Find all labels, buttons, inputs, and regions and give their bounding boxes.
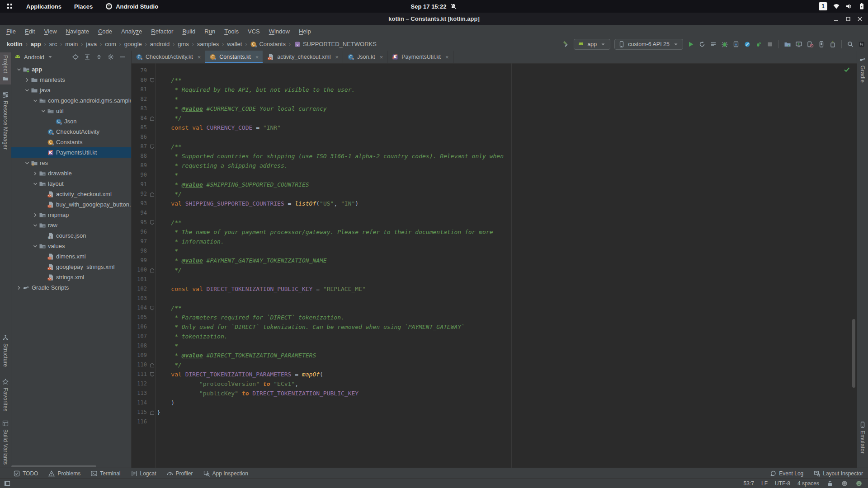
profile-button[interactable] — [744, 41, 751, 48]
menu-file[interactable]: File — [2, 26, 20, 36]
run-button[interactable] — [687, 41, 694, 48]
more-button[interactable] — [858, 41, 865, 48]
tool-window-button-event-log[interactable]: Event Log — [764, 470, 808, 477]
collapse-all-icon[interactable] — [95, 53, 103, 61]
menu-code[interactable]: Code — [94, 26, 117, 36]
menu-window[interactable]: Window — [264, 26, 294, 36]
tool-window-button-profiler[interactable]: Profiler — [161, 468, 198, 479]
project-horizontal-scrollbar[interactable] — [11, 465, 96, 467]
close-tab-icon[interactable]: × — [198, 54, 201, 61]
line-number[interactable]: 82 — [132, 94, 147, 104]
chevron-right-icon[interactable] — [24, 76, 31, 84]
close-tab-icon[interactable]: × — [380, 54, 383, 61]
tree-item-activity-checkout-xml[interactable]: <>activity_checkout.xml — [11, 189, 131, 199]
menu-help[interactable]: Help — [294, 26, 316, 36]
breadcrumb-item-supported_networks[interactable]: vSUPPORTED_NETWORKS — [293, 41, 377, 48]
menu-tools[interactable]: Tools — [220, 26, 243, 36]
line-number[interactable]: 95 — [132, 218, 147, 227]
breadcrumb-item-kotlin[interactable]: kotlin — [6, 41, 23, 47]
sdk-manager-button[interactable] — [818, 41, 825, 48]
chevron-down-icon[interactable] — [24, 87, 31, 94]
chevron-right-icon[interactable] — [32, 211, 39, 219]
tree-item-util[interactable]: util — [11, 106, 131, 116]
debug-button[interactable] — [721, 41, 728, 48]
close-tab-icon[interactable]: × — [255, 54, 259, 61]
breadcrumb-item-src[interactable]: src — [49, 41, 57, 47]
line-number[interactable]: 97 — [132, 237, 147, 246]
line-number[interactable]: 112 — [132, 379, 147, 389]
tree-item-mipmap[interactable]: mipmap — [11, 210, 131, 220]
stop-button[interactable] — [766, 41, 774, 48]
line-number[interactable]: 109 — [132, 351, 147, 360]
breadcrumb-item-java[interactable]: java — [85, 41, 97, 47]
line-number[interactable]: 83 — [132, 104, 147, 113]
tree-item-com-google-android-gms-samples-wallet[interactable]: com.google.android.gms.samples.wallet — [11, 95, 131, 106]
tab-constants-kt[interactable]: CConstants.kt× — [205, 51, 263, 63]
breadcrumb-item-gms[interactable]: gms — [177, 41, 189, 47]
device-selector[interactable]: custom-6 API 25 — [614, 39, 683, 50]
gradle-status-icon[interactable] — [855, 480, 863, 487]
tree-item-buy-with-googlepay-button-xml[interactable]: <>buy_with_googlepay_button.xml — [11, 199, 131, 210]
tree-item-googlepay-strings-xml[interactable]: <>googlepay_strings.xml — [11, 262, 131, 272]
tool-stripe-build-variants[interactable]: Build Variants — [0, 417, 11, 468]
tree-item-raw[interactable]: raw — [11, 220, 131, 230]
gear-icon[interactable] — [107, 53, 114, 61]
breadcrumb-item-wallet[interactable]: wallet — [226, 41, 242, 47]
line-number[interactable]: 85 — [132, 123, 147, 132]
project-view-selector[interactable]: Android — [24, 54, 44, 61]
device-file-explorer-button[interactable] — [784, 41, 791, 48]
line-number[interactable]: 105 — [132, 313, 147, 322]
menu-analyze[interactable]: Analyze — [117, 26, 146, 36]
indent-indicator[interactable]: 4 spaces — [797, 480, 819, 487]
tool-stripe-project[interactable]: Project — [0, 52, 11, 84]
tool-window-button-app-inspection[interactable]: App Inspection — [198, 468, 253, 479]
fold-marker-icon[interactable] — [150, 305, 155, 311]
fold-marker-icon[interactable] — [150, 410, 155, 415]
line-number[interactable]: 96 — [132, 227, 147, 237]
avd-manager-button[interactable] — [829, 41, 836, 48]
line-number[interactable]: 91 — [132, 180, 147, 189]
chevron-down-icon[interactable] — [32, 97, 39, 104]
breadcrumb-item-android[interactable]: android — [150, 41, 170, 47]
line-number[interactable]: 94 — [132, 208, 147, 218]
breadcrumb-item-constants[interactable]: CConstants — [250, 41, 286, 48]
workspace-badge[interactable]: 1 — [819, 2, 827, 10]
tool-window-toggle-icon[interactable] — [0, 480, 14, 487]
tool-window-button-logcat[interactable]: Logcat — [126, 468, 161, 479]
chevron-down-icon[interactable] — [32, 222, 39, 229]
hide-icon[interactable] — [119, 53, 126, 61]
tree-item-json[interactable]: CJson — [11, 116, 131, 127]
close-button[interactable] — [856, 15, 863, 23]
breadcrumb-item-main[interactable]: main — [65, 41, 78, 47]
tool-window-button-terminal[interactable]: Terminal — [85, 468, 125, 479]
tree-item-gradle-scripts[interactable]: Gradle Scripts — [11, 282, 131, 293]
run-config-selector[interactable]: app — [574, 39, 610, 50]
tab-json-kt[interactable]: CJson.kt× — [343, 51, 387, 63]
chevron-down-icon[interactable] — [32, 180, 39, 188]
running-devices-button[interactable] — [795, 41, 802, 48]
battery-icon[interactable] — [858, 3, 865, 10]
line-number[interactable]: 116 — [132, 417, 147, 427]
tree-item-manifests[interactable]: manifests — [11, 75, 131, 85]
line-number[interactable]: 80 — [132, 75, 147, 85]
fold-marker-icon[interactable] — [150, 220, 155, 225]
tree-item-layout[interactable]: layout — [11, 178, 131, 189]
line-number[interactable]: 107 — [132, 332, 147, 341]
line-separator-indicator[interactable]: LF — [761, 480, 768, 487]
chevron-right-icon[interactable] — [15, 284, 23, 291]
tree-item-app[interactable]: app — [11, 64, 131, 75]
tool-stripe-gradle[interactable]: Gradle — [857, 53, 868, 85]
menu-run[interactable]: Run — [200, 26, 220, 36]
fold-marker-icon[interactable] — [150, 372, 155, 377]
tab-checkoutactivity-kt[interactable]: CCheckoutActivity.kt× — [132, 51, 205, 63]
chevron-down-icon[interactable] — [15, 66, 23, 73]
fold-marker-icon[interactable] — [150, 192, 155, 197]
wifi-icon[interactable] — [833, 3, 840, 10]
locate-icon[interactable] — [72, 53, 79, 61]
attach-debugger-button[interactable] — [732, 41, 740, 48]
expand-all-icon[interactable] — [84, 53, 91, 61]
tree-item-strings-xml[interactable]: <>strings.xml — [11, 272, 131, 282]
run-with-coverage-button[interactable] — [710, 41, 717, 48]
app-grid-icon[interactable] — [0, 0, 20, 13]
apply-code-changes-button[interactable] — [755, 41, 762, 48]
